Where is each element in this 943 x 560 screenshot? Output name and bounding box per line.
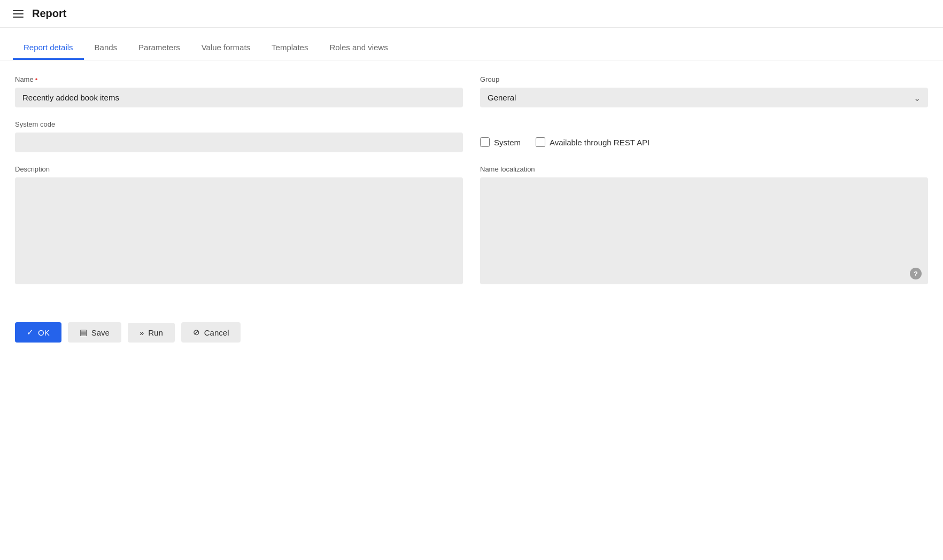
group-label: Group <box>480 75 928 83</box>
rest-api-checkbox[interactable] <box>536 137 545 147</box>
check-icon: ✓ <box>27 328 34 337</box>
cancel-icon: ⊘ <box>193 328 200 337</box>
field-name: Name• <box>15 75 463 107</box>
field-group: Group General Other ⌄ <box>480 75 928 107</box>
action-bar: ✓ OK ▤ Save » Run ⊘ Cancel <box>0 314 943 351</box>
group-select[interactable]: General Other <box>480 88 928 107</box>
run-icon: » <box>140 328 144 337</box>
description-label: Description <box>15 165 463 173</box>
localization-wrapper: ? <box>480 177 928 286</box>
save-button[interactable]: ▤ Save <box>68 322 121 343</box>
tab-templates[interactable]: Templates <box>261 36 319 60</box>
row-system-code: System code System Available through RES… <box>15 120 928 152</box>
hamburger-icon[interactable] <box>13 10 24 18</box>
field-description: Description <box>15 165 463 286</box>
name-localization-label: Name localization <box>480 165 928 173</box>
system-checkbox-label[interactable]: System <box>480 137 521 147</box>
field-name-localization: Name localization ? <box>480 165 928 286</box>
name-input[interactable] <box>15 88 463 107</box>
name-label: Name• <box>15 75 463 83</box>
tab-roles-and-views[interactable]: Roles and views <box>319 36 398 60</box>
row-description: Description Name localization ? <box>15 165 928 286</box>
tab-parameters[interactable]: Parameters <box>128 36 191 60</box>
system-checkbox[interactable] <box>480 137 490 147</box>
header: Report <box>0 0 943 28</box>
form-content: Name• Group General Other ⌄ System code <box>0 60 943 309</box>
ok-button[interactable]: ✓ OK <box>15 322 61 343</box>
run-button[interactable]: » Run <box>128 323 175 343</box>
page-title: Report <box>32 7 66 20</box>
help-icon[interactable]: ? <box>910 268 922 279</box>
rest-api-checkbox-label[interactable]: Available through REST API <box>536 137 650 147</box>
row-name-group: Name• Group General Other ⌄ <box>15 75 928 107</box>
system-code-label: System code <box>15 120 463 128</box>
field-checkboxes: System Available through REST API <box>480 120 928 152</box>
system-code-input[interactable] <box>15 133 463 152</box>
checkboxes-row: System Available through REST API <box>480 137 928 147</box>
name-localization-textarea[interactable] <box>480 177 928 284</box>
group-select-wrapper: General Other ⌄ <box>480 88 928 107</box>
tab-bands[interactable]: Bands <box>84 36 128 60</box>
description-textarea[interactable] <box>15 177 463 284</box>
tabs-bar: Report details Bands Parameters Value fo… <box>0 36 943 60</box>
required-indicator: • <box>35 75 38 83</box>
cancel-button[interactable]: ⊘ Cancel <box>181 322 241 343</box>
field-system-code: System code <box>15 120 463 152</box>
save-icon: ▤ <box>80 328 87 337</box>
tab-report-details[interactable]: Report details <box>13 36 84 60</box>
tab-value-formats[interactable]: Value formats <box>191 36 261 60</box>
